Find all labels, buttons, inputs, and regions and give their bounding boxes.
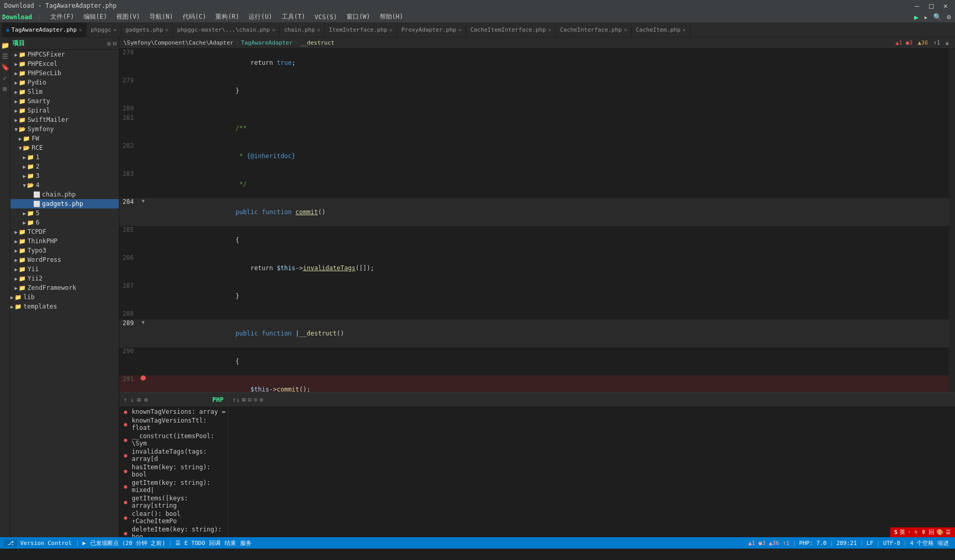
sidebar-item-pydio[interactable]: ▶ 📁 Pydio — [10, 78, 119, 87]
expand-arrow[interactable]: ▶ — [15, 229, 18, 235]
expand-arrow[interactable]: ▶ — [23, 155, 26, 160]
tab-close-icon[interactable]: ✕ — [165, 27, 169, 33]
sidebar-item-3[interactable]: ▶ 📁 3 — [10, 171, 119, 180]
debug-button[interactable]: ▸ — [922, 13, 930, 21]
tab-close-icon[interactable]: ✕ — [79, 27, 82, 33]
gear-icon[interactable]: ⚙ — [107, 40, 111, 47]
tab-chain-master[interactable]: phpggc-master\...\chain.php ✕ — [173, 23, 280, 37]
structure-row[interactable]: ● getItem(key: string): mixed| — [119, 479, 228, 494]
structure-row[interactable]: ● getItems([keys: array[string — [119, 494, 228, 510]
panel-filter[interactable]: ⊙ — [254, 396, 257, 403]
sidebar-item-phpexcel[interactable]: ▶ 📁 PHPExcel — [10, 59, 119, 68]
tab-phpggc[interactable]: phpggc ✕ — [87, 23, 121, 37]
sidebar-item-yii[interactable]: ▶ 📁 Yii — [10, 264, 119, 274]
expand-arrow[interactable]: ▶ — [15, 267, 18, 272]
line-content[interactable]: public function commit() — [151, 198, 947, 226]
panel-gear[interactable]: ⚙ — [144, 396, 148, 403]
sidebar-item-swiftmailer[interactable]: ▶ 📁 SwiftMailer — [10, 115, 119, 124]
sidebar-item-thinkphp[interactable]: ▶ 📁 ThinkPHP — [10, 236, 119, 246]
expand-arrow[interactable]: ▶ — [23, 173, 26, 179]
sidebar-item-2[interactable]: ▶ 📁 2 — [10, 162, 119, 171]
sidebar-item-smarty[interactable]: ▶ 📁 Smarty — [10, 96, 119, 106]
expand-arrow[interactable]: ▶ — [23, 220, 26, 226]
tab-chain[interactable]: chain.php ✕ — [280, 23, 325, 37]
menu-item-nav[interactable]: 导航(N) — [145, 11, 177, 22]
sidebar-item-symfony[interactable]: ▼ 📂 Symfony — [10, 124, 119, 134]
panel-sort-desc[interactable]: ↓ — [130, 396, 134, 403]
tab-proxy[interactable]: ProxyAdapter.php ✕ — [397, 23, 466, 37]
sidebar-item-typo3[interactable]: ▶ 📁 Typo3 — [10, 246, 119, 255]
expand-arrow[interactable]: ▶ — [10, 304, 13, 310]
sogou-mic[interactable]: 🎙 — [921, 529, 926, 536]
structure-row[interactable]: ● hasItem(key: string): bool — [119, 463, 228, 479]
project-icon[interactable]: 📁 — [1, 41, 9, 49]
scroll-up-icon[interactable]: ▲ — [945, 39, 949, 46]
line-content[interactable]: * {@inheritdoc} — [151, 142, 947, 170]
sidebar-item-zend[interactable]: ▶ 📁 ZendFramework — [10, 283, 119, 292]
expand-arrow[interactable]: ▶ — [15, 117, 18, 123]
panel-sort-asc[interactable]: ↑ — [123, 396, 127, 403]
expand-arrow[interactable]: ▶ — [15, 276, 18, 282]
terminal-icon[interactable]: ⊞ — [3, 85, 7, 93]
tab-close-icon[interactable]: ✕ — [390, 27, 393, 33]
structure-row[interactable]: ● knownTagVersions: array = — [119, 407, 228, 416]
service-label[interactable]: 服务 — [238, 539, 254, 547]
expand-arrow[interactable]: ▶ — [19, 136, 22, 142]
tab-close-icon[interactable]: ✕ — [114, 27, 117, 33]
end-label[interactable]: 结束 — [223, 539, 238, 547]
settings-button[interactable]: ⚙ — [945, 13, 953, 21]
panel-tab-php[interactable]: PHP — [212, 396, 224, 403]
expand-arrow[interactable]: ▶ — [15, 108, 18, 114]
expand-arrow[interactable]: ▶ — [23, 164, 26, 170]
panel-settings[interactable]: ⚙ — [259, 396, 263, 403]
menu-item-run[interactable]: 运行(U) — [244, 11, 276, 22]
tab-close-icon[interactable]: ✕ — [548, 27, 551, 33]
sidebar-item-6[interactable]: ▶ 📁 6 — [10, 218, 119, 227]
panel-sort-up[interactable]: ↑↓ — [232, 396, 240, 403]
expand-arrow[interactable]: ▶ — [15, 248, 18, 254]
structure-row[interactable]: ● clear(): bool ↑CacheItemPo — [119, 510, 228, 525]
sidebar-item-spiral[interactable]: ▶ 📁 Spiral — [10, 106, 119, 115]
sidebar-item-slim[interactable]: ▶ 📁 Slim — [10, 87, 119, 96]
run-search-icon[interactable]: ▶ — [80, 540, 88, 547]
expand-arrow[interactable]: ▶ — [10, 295, 13, 300]
sidebar-item-yii2[interactable]: ▶ 📁 Yii2 — [10, 274, 119, 283]
run-label[interactable]: 已发现断点 (20 分钟 之前) — [88, 539, 168, 547]
sogou-handwrite[interactable]: 回 — [929, 528, 934, 536]
sogou-menu[interactable]: ☰ — [946, 529, 951, 536]
line-content[interactable]: public function |__destruct() — [151, 319, 947, 347]
menu-item-help[interactable]: 帮助(H) — [376, 11, 408, 22]
breakpoint-dot[interactable] — [141, 375, 146, 381]
expand-arrow[interactable]: ▶ — [15, 61, 18, 67]
menu-item-refactor[interactable]: 重构(R) — [211, 11, 243, 22]
tab-gadgets[interactable]: gadgets.php ✕ — [121, 23, 173, 37]
review-label[interactable]: 回调 — [207, 539, 223, 547]
sidebar-item-chain-php[interactable]: ⬜ chain.php — [10, 190, 119, 199]
run-button[interactable]: ▶ — [912, 13, 920, 21]
expand-arrow[interactable]: ▶ — [15, 285, 18, 291]
sidebar-item-phpcsfixer[interactable]: ▶ 📁 PHPCSFixer — [10, 50, 119, 59]
todo-label[interactable]: E TODO — [183, 540, 207, 547]
line-content[interactable]: { — [151, 226, 947, 254]
tab-tagaware[interactable]: ◉ TagAwareAdapter.php ✕ — [2, 23, 87, 37]
line-content[interactable]: } — [151, 282, 947, 310]
sidebar-item-templates[interactable]: ▶ 📁 templates — [10, 302, 119, 311]
menu-item-view[interactable]: 视图(V) — [112, 11, 144, 22]
sidebar-item-4[interactable]: ▼ 📂 4 — [10, 180, 119, 190]
panel-collapse-all[interactable]: ⊟ — [248, 396, 252, 403]
tab-close-icon[interactable]: ✕ — [624, 27, 627, 33]
sidebar-item-tcpdf[interactable]: ▶ 📁 TCPDF — [10, 227, 119, 236]
structure-row[interactable]: ● __construct(itemsPool: \Sym — [119, 432, 228, 447]
expand-arrow[interactable]: ▼ — [23, 183, 26, 188]
tab-item-interface[interactable]: ItemInterface.php ✕ — [325, 23, 397, 37]
maximize-button[interactable]: □ — [926, 2, 936, 10]
menu-item-code[interactable]: 代码(C) — [178, 11, 211, 22]
line-content[interactable]: /** — [151, 114, 947, 142]
tab-close-icon[interactable]: ✕ — [272, 27, 275, 33]
search-button[interactable]: 🔍 — [931, 13, 944, 21]
tab-cache-interface[interactable]: CacheInterface.php ✕ — [556, 23, 631, 37]
sidebar-item-1[interactable]: ▶ 📁 1 — [10, 152, 119, 162]
tab-close-icon[interactable]: ✕ — [459, 27, 462, 33]
line-content[interactable]: { — [151, 347, 947, 375]
expand-arrow[interactable]: ▼ — [19, 145, 22, 151]
